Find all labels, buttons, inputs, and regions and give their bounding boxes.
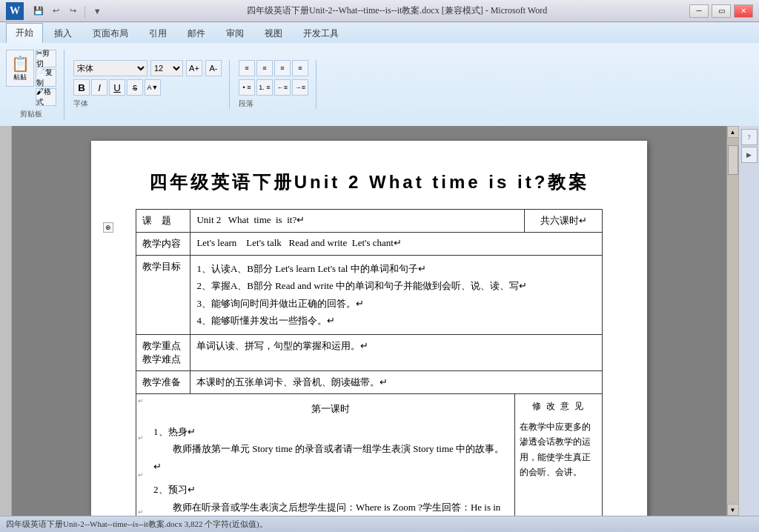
step-1-content: 教师播放第一单元 Story time 的录音或者请一组学生表演 Story t…	[153, 440, 507, 475]
sidebar-expand-icon[interactable]: ▶	[741, 147, 758, 163]
customize-button[interactable]: ▼	[90, 4, 105, 19]
bold-button[interactable]: B	[73, 79, 90, 96]
strikethrough-button[interactable]: S̶	[127, 79, 143, 96]
label-content: 教学内容	[136, 233, 190, 256]
copy-button[interactable]: 📄复制	[36, 69, 56, 87]
status-bar: 四年级英语下册Unit-2--What--time--is--it教案.docx…	[0, 516, 759, 532]
tab-insert[interactable]: 插入	[44, 24, 82, 43]
lesson-item-1: 1 、热身↵ 教师播放第一单元 Story time 的录音或者请一组学生表演 …	[153, 423, 507, 475]
tab-start[interactable]: 开始	[6, 23, 43, 43]
lesson-step-2-header: 2 、预习↵	[153, 481, 507, 498]
table-row-key-points: 教学重点教学难点 单词认读、拼写，句型的掌握和运用。↵	[136, 334, 603, 370]
lesson-item-2: 2 、预习↵ 教师在听录音或学生表演之后想学生提问：Where is Zoom …	[153, 481, 507, 516]
objective-2: 2、掌握A、B部分 Read and write 中的单词和句子并能做到会听、说…	[196, 277, 596, 294]
window-controls: ─ ▭ ✕	[689, 4, 753, 18]
paragraph-marks: ↵ ↵ ↵ ↵ ↵ ↵ ↵	[136, 394, 146, 516]
font-size-select[interactable]: 12	[150, 60, 183, 76]
scroll-down-button[interactable]: ▼	[727, 504, 739, 516]
close-button[interactable]: ✕	[734, 4, 753, 18]
document-page: ⊕ 四年级英语下册Unit 2 What time is it?教案 课 题 U…	[91, 141, 647, 516]
status-text: 四年级英语下册Unit-2--What--time--is--it教案.docx…	[6, 519, 268, 530]
objective-3: 3、能够询问时间并做出正确的回答。↵	[196, 295, 596, 312]
label-subject: 课 题	[136, 210, 190, 233]
ribbon: 开始 插入 页面布局 引用 邮件 审阅 视图 开发工具 📋 粘贴 ✂剪切 📄复制	[0, 22, 759, 126]
bullets-button[interactable]: • ≡	[239, 79, 255, 96]
shrink-font-button[interactable]: A-	[205, 60, 222, 76]
step-label-2: 、预习↵	[159, 481, 196, 498]
content-key-points: 单词认读、拼写，句型的掌握和运用。↵	[190, 334, 603, 370]
table-row-objectives: 教学目标 1、认读A、B部分 Let's learn Let's tal 中的单…	[136, 256, 603, 335]
content-preparation: 本课时的五张单词卡、录音机、朗读磁带。↵	[190, 370, 603, 393]
format-painter-button[interactable]: 🖌格式	[36, 88, 56, 106]
ribbon-tabs: 开始 插入 页面布局 引用 邮件 审阅 视图 开发工具	[0, 22, 759, 43]
tab-references[interactable]: 引用	[139, 24, 176, 43]
lesson-section: ↵ ↵ ↵ ↵ ↵ ↵ ↵ 第一课时 1 、热身↵	[136, 394, 603, 516]
scroll-thumb[interactable]	[728, 145, 738, 175]
grow-font-button[interactable]: A+	[186, 60, 202, 76]
tab-developer[interactable]: 开发工具	[294, 24, 348, 43]
align-right-button[interactable]: ≡	[274, 60, 291, 76]
label-objectives: 教学目标	[136, 256, 190, 335]
tab-review[interactable]: 审阅	[216, 24, 253, 43]
italic-button[interactable]: I	[91, 79, 107, 96]
table-row-subject: 课 题 Unit 2 What time is it?↵ 共六课时↵	[136, 210, 603, 233]
font-family-select[interactable]: 宋体	[73, 60, 148, 76]
align-center-button[interactable]: ≡	[256, 60, 273, 76]
color-button[interactable]: A▼	[145, 79, 161, 96]
title-bar: W 💾 ↩ ↪ | ▼ 四年级英语下册Unit-2--What--time--i…	[0, 0, 759, 22]
para-mark: ↵	[138, 471, 145, 479]
redo-button[interactable]: ↪	[65, 4, 80, 19]
objective-4: 4、能够听懂并发出一些指令。↵	[196, 312, 596, 329]
table-row-preparation: 教学准备 本课时的五张单词卡、录音机、朗读磁带。↵	[136, 370, 603, 393]
content-subject: Unit 2 What time is it?↵	[190, 210, 525, 233]
indent-decrease-button[interactable]: ←≡	[274, 79, 291, 96]
save-button[interactable]: 💾	[31, 4, 46, 19]
help-icon[interactable]: ?	[741, 129, 758, 145]
restore-button[interactable]: ▭	[712, 4, 731, 18]
content-content: Let's learn Let's talk Read and write Le…	[190, 233, 603, 256]
objective-1: 1、认读A、B部分 Let's learn Let's tal 中的单词和句子↵	[196, 260, 596, 277]
tab-mail[interactable]: 邮件	[178, 24, 215, 43]
tab-layout[interactable]: 页面布局	[83, 24, 138, 43]
scroll-up-button[interactable]: ▲	[727, 126, 739, 138]
quick-access-toolbar: 💾 ↩ ↪ | ▼	[31, 4, 105, 19]
word-app-icon: W	[6, 2, 24, 20]
document-title: 四年级英语下册Unit 2 What time is it?教案	[136, 170, 603, 194]
lesson-step-1-header: 1 、热身↵	[153, 423, 507, 440]
step-label-1: 、热身↵	[159, 423, 196, 440]
paste-button[interactable]: 📋 粘贴	[6, 50, 34, 87]
vertical-ruler	[0, 126, 12, 516]
para-mark: ↵	[138, 397, 145, 405]
lesson-table: 课 题 Unit 2 What time is it?↵ 共六课时↵ 教学内容 …	[136, 209, 603, 394]
document-scroll-area[interactable]: ⊕ 四年级英语下册Unit 2 What time is it?教案 课 题 U…	[12, 126, 726, 516]
para-mark: ↵	[138, 434, 145, 442]
indent-increase-button[interactable]: →≡	[292, 79, 308, 96]
label-preparation: 教学准备	[136, 370, 190, 393]
cut-button[interactable]: ✂剪切	[36, 50, 56, 67]
scroll-track	[727, 138, 738, 504]
underline-button[interactable]: U	[109, 79, 125, 96]
table-handle[interactable]: ⊕	[103, 222, 113, 233]
comment-column: 修 改 意 见 在教学中应更多的渗透会话教学的运用，能使学生真正的会听、会讲。	[515, 394, 603, 516]
para-mark: ↵	[138, 508, 145, 516]
undo-button[interactable]: ↩	[48, 4, 63, 19]
label-key-points: 教学重点教学难点	[136, 334, 190, 370]
first-lesson-title: 第一课时	[153, 400, 507, 417]
tab-view[interactable]: 视图	[255, 24, 292, 43]
content-lessons: 共六课时↵	[525, 210, 603, 233]
content-objectives: 1、认读A、B部分 Let's learn Let's tal 中的单词和句子↵…	[190, 256, 603, 335]
window-title: 四年级英语下册Unit-2--What--time--is--it教案.docx…	[105, 4, 689, 17]
table-row-content: 教学内容 Let's learn Let's talk Read and wri…	[136, 233, 603, 256]
comment-title: 修 改 意 见	[520, 399, 597, 413]
step-2-content: 教师在听录音或学生表演之后想学生提问：Where is Zoom ?学生回答：H…	[153, 499, 507, 516]
align-left-button[interactable]: ≡	[239, 60, 255, 76]
title-bar-left: W 💾 ↩ ↪ | ▼	[6, 2, 105, 20]
numbering-button[interactable]: 1. ≡	[256, 79, 273, 96]
vertical-scrollbar: ▲ ▼	[726, 126, 738, 516]
ribbon-content: 📋 粘贴 ✂剪切 📄复制 🖌格式 剪贴板 宋体 12 A+	[0, 43, 759, 126]
main-area: ⊕ 四年级英语下册Unit 2 What time is it?教案 课 题 U…	[0, 126, 759, 516]
justify-button[interactable]: ≡	[292, 60, 308, 76]
right-icon-bar: ? ▶	[738, 126, 759, 516]
minimize-button[interactable]: ─	[689, 4, 709, 18]
comment-content: 在教学中应更多的渗透会话教学的运用，能使学生真正的会听、会讲。	[520, 419, 597, 480]
